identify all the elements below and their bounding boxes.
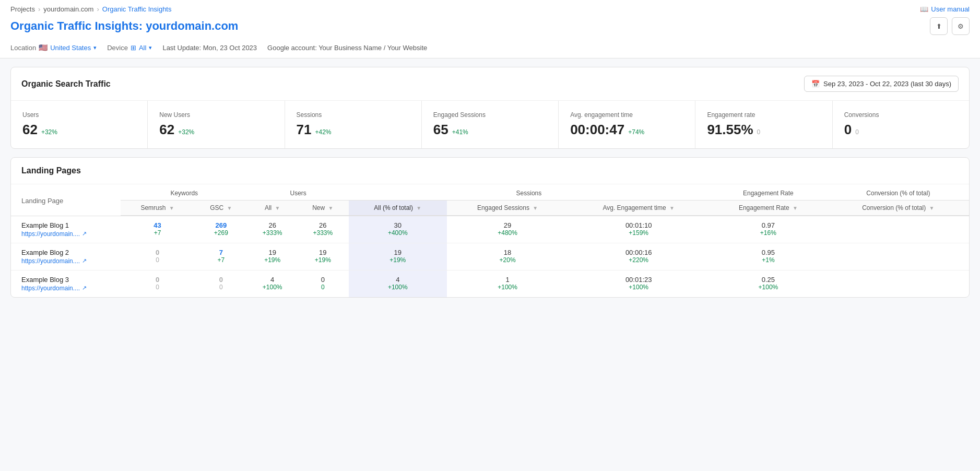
col-subheader-gsc[interactable]: GSC ▼ <box>194 201 247 216</box>
device-chevron-icon[interactable]: ▾ <box>149 44 152 51</box>
avg-eng-filter-icon[interactable]: ▼ <box>669 205 675 211</box>
semrush-cell: 0 0 <box>121 243 194 270</box>
landing-pages-table: Landing Page Keywords Users Sessions Eng <box>11 184 969 297</box>
page-url[interactable]: https://yourdomain.... ↗ <box>21 257 116 265</box>
metric-change: +42% <box>315 128 331 136</box>
page-url[interactable]: https://yourdomain.... ↗ <box>21 285 116 292</box>
col-subheader-semrush[interactable]: Semrush ▼ <box>121 201 194 216</box>
metric-cell-conversions: Conversions 0 0 <box>833 101 969 148</box>
device-icon: ⊞ <box>131 44 136 52</box>
settings-button[interactable]: ⚙ <box>952 17 970 35</box>
col-subheader-all-sessions[interactable]: All (% of total) ▼ <box>349 201 447 216</box>
external-link-icon[interactable]: ↗ <box>82 285 87 291</box>
page-name: Example Blog 1 <box>21 221 116 229</box>
landing-page-cell: Example Blog 3 https://yourdomain.... ↗ <box>11 270 121 297</box>
gsc-filter-icon[interactable]: ▼ <box>227 205 232 211</box>
google-account: Google account: Your Business Name / You… <box>267 44 427 52</box>
all-sessions-cell: 4 +100% <box>349 270 447 297</box>
landing-pages-card: Landing Pages Landing Page Keywords User… <box>10 157 970 298</box>
export-button[interactable]: ⬆ <box>930 17 948 35</box>
avg-engagement-cell: 00:00:16 +220% <box>568 243 709 270</box>
breadcrumb-domain[interactable]: yourdomain.com <box>43 5 93 13</box>
device-value[interactable]: All <box>139 44 146 52</box>
metric-cell-users: Users 62 +32% <box>11 101 148 148</box>
eng-rate-filter-icon[interactable]: ▼ <box>793 205 798 211</box>
date-range-button[interactable]: 📅 Sep 23, 2023 - Oct 22, 2023 (last 30 d… <box>804 76 959 92</box>
metric-value: 65 <box>433 122 448 138</box>
metric-change: +74% <box>628 128 644 136</box>
metric-value: 71 <box>297 122 312 138</box>
calendar-icon: 📅 <box>811 80 820 88</box>
metric-value: 0 <box>844 122 852 138</box>
engaged-sessions-cell: 18 +20% <box>447 243 569 270</box>
device-filter: Device ⊞ All ▾ <box>107 44 152 52</box>
semrush-filter-icon[interactable]: ▼ <box>169 205 174 211</box>
col-subheader-avg-engagement[interactable]: Avg. Engagement time ▼ <box>568 201 709 216</box>
new-users-filter-icon[interactable]: ▼ <box>328 205 334 211</box>
gsc-cell: 269 +269 <box>194 216 247 243</box>
location-filter: Location 🇺🇸 United States ▾ <box>10 43 97 52</box>
breadcrumb-projects[interactable]: Projects <box>10 5 35 13</box>
all-users-cell: 4 +100% <box>248 270 297 297</box>
col-group-users: Users <box>248 184 349 201</box>
landing-pages-title: Landing Pages <box>11 158 969 184</box>
conversion-cell <box>828 216 969 243</box>
col-header-conversion: Conversion (% of total) <box>828 184 969 201</box>
engagement-rate-cell: 0.95 +1% <box>709 243 828 270</box>
page-title: Organic Traffic Insights: yourdomain.com <box>10 19 238 33</box>
col-subheader-engaged-sessions[interactable]: Engaged Sessions ▼ <box>447 201 569 216</box>
user-manual-link[interactable]: 📖 User manual <box>920 5 970 13</box>
landing-page-cell: Example Blog 1 https://yourdomain.... ↗ <box>11 216 121 243</box>
page-name: Example Blog 3 <box>21 276 116 284</box>
all-users-cell: 26 +333% <box>248 216 297 243</box>
metric-value: 00:00:47 <box>570 122 624 138</box>
semrush-cell: 0 0 <box>121 270 194 297</box>
table-subheader-row: Semrush ▼ GSC ▼ All ▼ New <box>11 201 969 216</box>
external-link-icon[interactable]: ↗ <box>82 230 87 237</box>
col-group-keywords: Keywords <box>121 184 248 201</box>
external-link-icon[interactable]: ↗ <box>82 257 87 264</box>
table-row: Example Blog 1 https://yourdomain.... ↗ … <box>11 216 969 243</box>
last-update: Last Update: Mon, 23 Oct 2023 <box>162 44 257 52</box>
metric-label: Sessions <box>297 111 410 119</box>
all-sessions-filter-icon[interactable]: ▼ <box>416 205 421 211</box>
all-users-filter-icon[interactable]: ▼ <box>275 205 280 211</box>
all-sessions-cell: 19 +19% <box>349 243 447 270</box>
metric-label: New Users <box>159 111 273 119</box>
table-row: Example Blog 3 https://yourdomain.... ↗ … <box>11 270 969 297</box>
location-value[interactable]: United States <box>50 44 91 52</box>
metric-cell-avg--engagement-time: Avg. engagement time 00:00:47 +74% <box>559 101 695 148</box>
landing-pages-table-wrap: Landing Page Keywords Users Sessions Eng <box>11 184 969 297</box>
col-subheader-conversion-sub[interactable]: Conversion (% of total) ▼ <box>828 201 969 216</box>
book-icon: 📖 <box>920 5 928 13</box>
gsc-cell: 7 +7 <box>194 243 247 270</box>
metrics-row: Users 62 +32% New Users 62 +32% Sessions… <box>11 101 969 148</box>
location-chevron-icon[interactable]: ▾ <box>93 44 97 51</box>
metric-cell-new-users: New Users 62 +32% <box>148 101 285 148</box>
all-sessions-cell: 30 +400% <box>349 216 447 243</box>
section-header: Organic Search Traffic 📅 Sep 23, 2023 - … <box>11 67 969 101</box>
col-subheader-new-users[interactable]: New ▼ <box>297 201 349 216</box>
conversion-cell <box>828 270 969 297</box>
avg-engagement-cell: 00:01:23 +100% <box>568 270 709 297</box>
col-subheader-eng-rate-sub[interactable]: Engagement Rate ▼ <box>709 201 828 216</box>
page-url[interactable]: https://yourdomain.... ↗ <box>21 230 116 238</box>
conversion-filter-icon[interactable]: ▼ <box>929 205 935 211</box>
metric-cell-sessions: Sessions 71 +42% <box>285 101 422 148</box>
metric-label: Users <box>22 111 136 119</box>
engagement-rate-cell: 0.25 +100% <box>709 270 828 297</box>
engagement-rate-cell: 0.97 +16% <box>709 216 828 243</box>
col-subheader-all-users[interactable]: All ▼ <box>248 201 297 216</box>
landing-page-cell: Example Blog 2 https://yourdomain.... ↗ <box>11 243 121 270</box>
engaged-filter-icon[interactable]: ▼ <box>533 205 538 211</box>
table-group-header-row: Landing Page Keywords Users Sessions Eng <box>11 184 969 201</box>
col-header-eng-rate: Engagement Rate <box>709 184 828 201</box>
breadcrumb-page: Organic Traffic Insights <box>102 5 172 13</box>
semrush-cell: 43 +7 <box>121 216 194 243</box>
metric-value: 62 <box>159 122 174 138</box>
avg-engagement-cell: 00:01:10 +159% <box>568 216 709 243</box>
metric-cell-engagement-rate: Engagement rate 91.55% 0 <box>695 101 832 148</box>
conversion-cell <box>828 243 969 270</box>
metric-label: Engagement rate <box>707 111 820 119</box>
all-users-cell: 19 +19% <box>248 243 297 270</box>
